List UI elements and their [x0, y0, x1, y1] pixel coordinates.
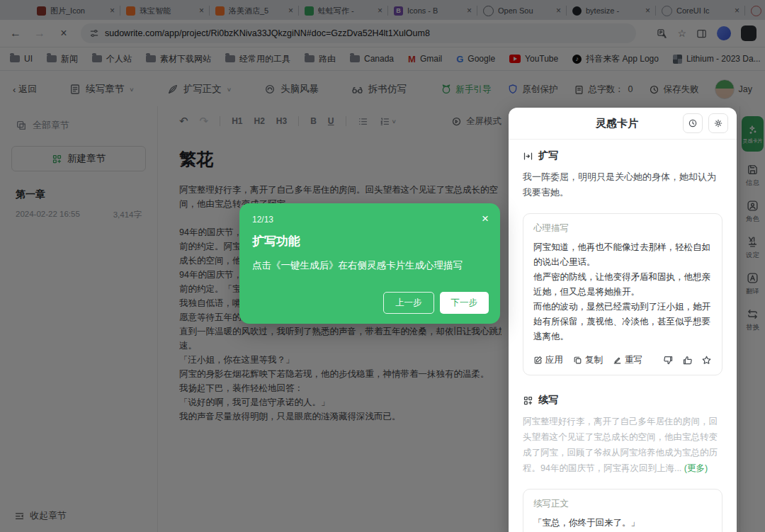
tour-popup: 12/13 × 扩写功能 点击《一键生成后》在右侧灵感卡片生成心理描写 上一步 … — [239, 203, 500, 324]
copy-label: 复制 — [585, 354, 603, 366]
panel-settings-button[interactable] — [708, 113, 728, 133]
continue-section-header: 续写 — [523, 394, 722, 407]
card-text: 「宝总，你终于回来了。」 我独自低语，嘴角上扬，那是属于只有我的小小贪婪——我在… — [533, 516, 712, 532]
continue-body-card: 续写正文 「宝总，你终于回来了。」 我独自低语，嘴角上扬，那是属于只有我的小小贪… — [523, 489, 722, 532]
copy-button[interactable]: 复制 — [573, 354, 603, 366]
thumbs-down-icon[interactable] — [663, 355, 674, 366]
thumbs-up-icon[interactable] — [682, 355, 693, 366]
star-icon[interactable] — [701, 355, 712, 366]
card-text: 阿宝知道，他再也不能像过去那样，轻松自如的说出心里话。 他严密的防线，让他变得矛… — [533, 240, 712, 344]
close-icon[interactable]: × — [482, 212, 489, 226]
panel-header: 灵感卡片 — [509, 108, 737, 140]
expand-write-icon — [523, 151, 533, 162]
rewrite-label: 重写 — [625, 354, 642, 366]
card-label: 续写正文 — [533, 498, 712, 510]
continue-write-icon — [523, 395, 533, 406]
card-label: 心理描写 — [533, 222, 712, 234]
apply-edit-icon — [533, 356, 543, 365]
copy-icon — [573, 356, 582, 365]
next-step-button[interactable]: 下一步 — [440, 292, 489, 314]
rewrite-button[interactable]: 重写 — [613, 354, 642, 366]
expand-section-text: 我一阵委屈，明明只是关心她的身体，她却认为我要害她。 — [523, 169, 722, 200]
tour-step-counter: 12/13 — [252, 215, 487, 225]
previous-step-button[interactable]: 上一步 — [383, 292, 434, 314]
history-button[interactable] — [683, 113, 703, 133]
panel-title: 灵感卡片 — [520, 117, 677, 130]
more-link[interactable]: (更多) — [684, 463, 708, 473]
expand-section-label: 扩写 — [538, 149, 558, 162]
inspiration-panel: 灵感卡片 扩写 我一阵委屈，明明只是关心她的身体，她却认为我要害她。 心理描写 … — [509, 108, 737, 532]
rewrite-pen-icon — [613, 356, 622, 365]
expand-section-header: 扩写 — [523, 149, 722, 162]
card-actions: 应用 复制 重写 — [533, 354, 712, 366]
history-clock-icon — [688, 118, 698, 128]
apply-label: 应用 — [545, 354, 563, 366]
gear-icon — [713, 118, 723, 128]
psychology-card: 心理描写 阿宝知道，他再也不能像过去那样，轻松自如的说出心里话。 他严密的防线，… — [523, 213, 722, 375]
card-feedback — [663, 355, 712, 366]
tour-description: 点击《一键生成后》在右侧灵感卡片生成心理描写 — [252, 259, 487, 272]
apply-button[interactable]: 应用 — [533, 354, 563, 366]
continue-section-text: 阿宝整理好行李，离开了自己多年居住的房间，回头望着这个见证了宝总成长的空间，他由… — [523, 414, 722, 476]
browser-window: 图片_Icon× 珠宝智能× 洛美酒店_5× 蛙蛙写作 -× BIcons - … — [0, 0, 765, 532]
tour-title: 扩写功能 — [252, 233, 487, 249]
continue-section-label: 续写 — [538, 394, 558, 407]
